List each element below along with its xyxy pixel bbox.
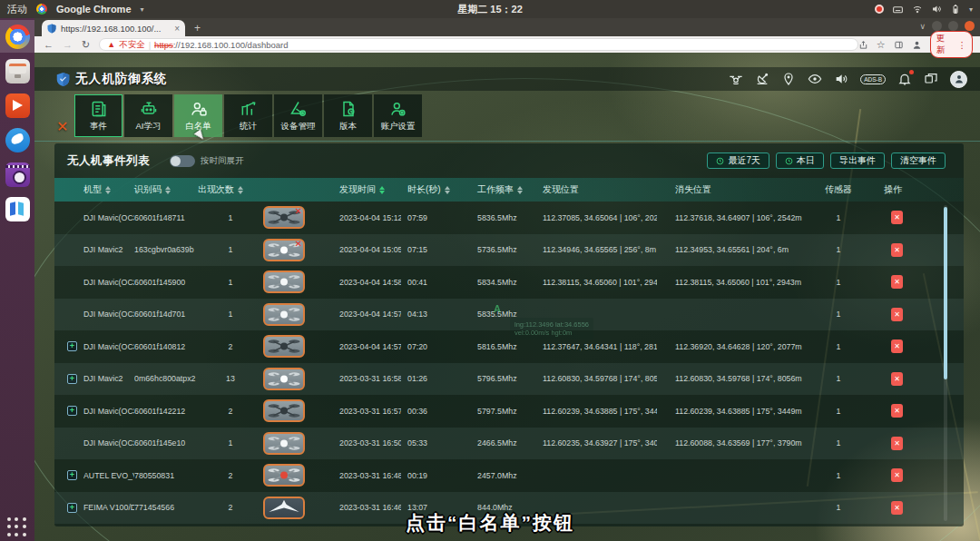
- bookmark-star-icon[interactable]: ☆: [877, 39, 886, 51]
- drone-image[interactable]: ✕: [263, 239, 305, 261]
- window-close-button[interactable]: [965, 21, 975, 31]
- dock-icon-chrome[interactable]: [0, 20, 34, 53]
- expand-by-time-toggle[interactable]: [170, 155, 195, 167]
- dock-icon-messenger[interactable]: [0, 123, 34, 156]
- col-header-发现时间[interactable]: 发现时间: [332, 183, 401, 196]
- cell-model: DJI Mavic(OC2): [83, 438, 134, 448]
- back-button[interactable]: ←: [44, 39, 54, 50]
- screen-record-icon[interactable]: [875, 5, 884, 14]
- drone-image[interactable]: ✕: [263, 206, 305, 229]
- share-icon[interactable]: [858, 40, 868, 50]
- cell-count: 1: [198, 278, 263, 287]
- delete-event-button[interactable]: ✕: [891, 243, 903, 257]
- layout-icon[interactable]: [924, 72, 938, 86]
- address-bar[interactable]: ▲ 不安全 | https://192.168.100.100/dashboar…: [99, 38, 858, 51]
- new-tab-button[interactable]: +: [194, 22, 201, 34]
- chrome-menu-kebab-icon[interactable]: ⋮: [958, 40, 967, 50]
- expand-row-icon[interactable]: +: [67, 406, 77, 416]
- reload-button[interactable]: ↻: [82, 39, 90, 51]
- tab-close-icon[interactable]: ×: [174, 24, 180, 34]
- drone-image[interactable]: ✕: [263, 399, 305, 422]
- avatar[interactable]: [950, 71, 967, 88]
- volume-icon[interactable]: [931, 4, 942, 15]
- window-maximize-button[interactable]: [948, 21, 958, 31]
- nav-device-management[interactable]: 设备管理: [274, 94, 322, 137]
- notifications-icon[interactable]: [897, 72, 912, 86]
- keyboard-icon[interactable]: [892, 4, 904, 15]
- delete-event-button[interactable]: ✕: [891, 211, 903, 224]
- delete-event-button[interactable]: ✕: [891, 404, 903, 418]
- table-row[interactable]: + DJI Mavic(OC2) 60601f14d701 1 ✕ 2023-0…: [54, 299, 964, 331]
- col-header-工作频率[interactable]: 工作频率: [459, 183, 524, 196]
- drone-image[interactable]: ✕: [263, 464, 305, 487]
- drone-image[interactable]: ✕: [263, 368, 305, 390]
- activities-button[interactable]: 活动: [7, 3, 27, 16]
- col-header-机型[interactable]: 机型: [83, 183, 134, 196]
- cell-lost-position: 112.37618, 34.64907 | 106°, 2542m: [657, 213, 802, 222]
- delete-event-button[interactable]: ✕: [891, 437, 903, 450]
- drone-icon[interactable]: [729, 72, 743, 86]
- clock[interactable]: 星期二 15：22: [0, 3, 980, 16]
- nav-version[interactable]: 版本: [324, 94, 372, 137]
- volume-icon[interactable]: [834, 72, 848, 86]
- forward-button[interactable]: →: [63, 39, 73, 50]
- expand-row-icon[interactable]: +: [67, 341, 77, 351]
- table-row[interactable]: + DJI Mavic(OC2) 60601f145900 1 ✕ 2023-0…: [54, 266, 964, 299]
- battery-icon[interactable]: [950, 4, 961, 15]
- cell-sensors: 1: [802, 374, 875, 383]
- nav-ai-learning[interactable]: AI学习: [124, 94, 172, 137]
- nav-events[interactable]: 事件: [74, 94, 122, 137]
- side-panel-icon[interactable]: [894, 40, 904, 50]
- delete-event-button[interactable]: ✕: [891, 339, 903, 353]
- table-row[interactable]: + AUTEL EVO_V1 780550831 2 ✕ 2023-03-31 …: [54, 459, 964, 492]
- col-header-出现次数[interactable]: 出现次数: [198, 183, 263, 196]
- delete-event-button[interactable]: ✕: [891, 372, 903, 386]
- chrome-update-button[interactable]: 更新 ⋮: [930, 31, 973, 58]
- location-icon[interactable]: [781, 72, 796, 86]
- close-menu-button[interactable]: ✕: [56, 118, 68, 135]
- eye-icon[interactable]: [808, 72, 822, 86]
- browser-tab[interactable]: https://192.168.100.100/... ×: [42, 20, 185, 36]
- drone-image[interactable]: ✕: [263, 303, 305, 326]
- delete-event-button[interactable]: ✕: [891, 308, 903, 321]
- button-最近7天[interactable]: 最近7天: [707, 152, 769, 169]
- drone-image[interactable]: ✕: [263, 432, 305, 455]
- cell-sensors: 1: [802, 213, 875, 222]
- table-scrollbar[interactable]: [944, 205, 947, 521]
- dock-icon-docs[interactable]: [0, 192, 34, 225]
- table-row[interactable]: + DJI Mavic(OC3) 60601f148711 1 ✕ 2023-0…: [54, 202, 964, 234]
- delete-event-button[interactable]: ✕: [891, 275, 903, 289]
- expand-row-icon[interactable]: +: [67, 470, 77, 480]
- table-row[interactable]: + DJI Mavic(OC3) 60601f142212 2 ✕ 2023-0…: [54, 395, 964, 428]
- table-row[interactable]: + DJI Mavic2 0m66hc800atpx2 13 ✕ 2023-03…: [54, 363, 964, 396]
- button-本日[interactable]: 本日: [776, 152, 824, 169]
- col-header-识别码[interactable]: 识别码: [134, 183, 198, 196]
- drone-image[interactable]: ✕: [263, 335, 305, 358]
- show-applications-button[interactable]: [7, 517, 27, 537]
- nav-account-settings[interactable]: 账户设置: [374, 94, 422, 137]
- window-menu-caret[interactable]: ∨: [919, 22, 926, 31]
- nav-statistics[interactable]: 统计: [224, 94, 272, 137]
- table-row[interactable]: + DJI Mavic(OC3) 60601f140812 2 ✕ 2023-0…: [54, 330, 964, 363]
- wifi-icon[interactable]: [912, 4, 923, 15]
- radar-icon[interactable]: [755, 72, 769, 86]
- window-minimize-button[interactable]: [932, 21, 942, 31]
- dock-icon-recorder[interactable]: [0, 89, 34, 122]
- button-导出事件[interactable]: 导出事件: [830, 152, 885, 169]
- col-header-时长(秒)[interactable]: 时长(秒): [401, 183, 459, 196]
- profile-icon[interactable]: [912, 40, 922, 50]
- nav-whitelist[interactable]: 白名单: [174, 94, 222, 137]
- table-row[interactable]: + DJI Mavic(OC2) 60601f145e10 1 ✕ 2023-0…: [54, 428, 964, 460]
- expand-row-icon[interactable]: +: [67, 374, 77, 384]
- table-row[interactable]: + DJI Mavic2 163cgbvr0a639b 1 ✕ 2023-04-…: [54, 234, 964, 267]
- button-清空事件[interactable]: 清空事件: [891, 152, 946, 169]
- system-menu-caret[interactable]: ▾: [969, 5, 973, 14]
- delete-event-button[interactable]: ✕: [891, 468, 903, 482]
- map-background[interactable]: 无人机防御系统 ADS-B ✕ 事件 AI学习 白名单 统计 设备管理 版本 账…: [34, 53, 980, 541]
- drone-image[interactable]: ✕: [263, 270, 305, 293]
- scrollbar-thumb[interactable]: [944, 207, 947, 379]
- dock-icon-files[interactable]: [0, 54, 34, 87]
- app-menu[interactable]: Google Chrome: [56, 4, 132, 15]
- adsb-icon[interactable]: ADS-B: [860, 74, 886, 84]
- dock-icon-player[interactable]: [0, 158, 34, 191]
